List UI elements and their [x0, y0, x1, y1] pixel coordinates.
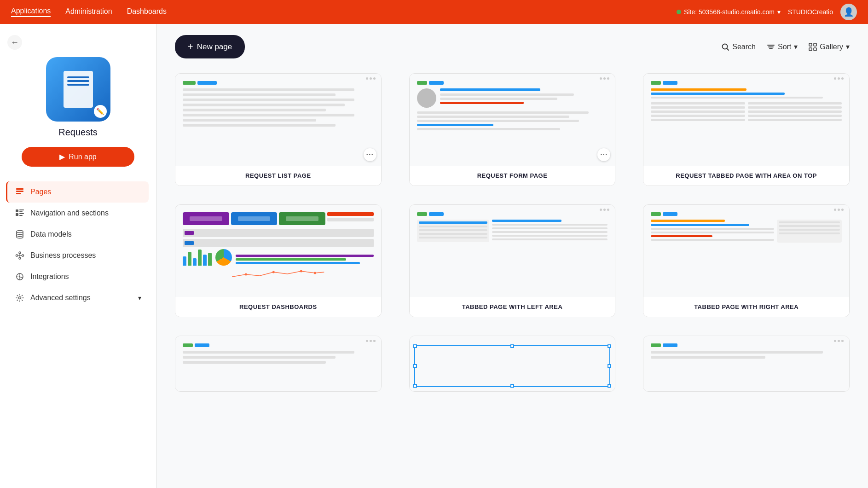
app-edit-icon[interactable]: ✏️: [94, 105, 107, 118]
svg-point-29: [272, 271, 275, 273]
gallery-chevron-icon: ▾: [846, 42, 850, 51]
card-label-tabbed-left: TABBED PAGE WITH LEFT AREA: [410, 297, 615, 317]
sort-icon: [767, 43, 775, 51]
business-processes-icon: [15, 250, 25, 261]
page-card-bottom-1[interactable]: [175, 336, 382, 392]
sidebar-pages-label: Pages: [30, 188, 51, 196]
handle-tl: [413, 344, 417, 348]
svg-line-20: [727, 48, 729, 50]
card-preview-bottom-2: [410, 336, 615, 391]
preview-dots-bottom-3: [834, 340, 844, 342]
preview-dots: [366, 77, 376, 80]
sidebar-item-business-processes[interactable]: Business processes: [7, 245, 149, 266]
page-card-bottom-3[interactable]: [643, 336, 850, 392]
page-card-request-dashboards[interactable]: REQUEST DASHBOARDS: [175, 204, 382, 317]
preview-dots-form: [600, 77, 609, 80]
card-preview-tabbed-right: [643, 205, 849, 297]
svg-rect-8: [19, 215, 23, 216]
card-preview-tabbed-left: [410, 205, 615, 297]
site-dropdown-icon[interactable]: ▾: [777, 8, 781, 16]
svg-point-12: [22, 255, 24, 256]
site-url: Site: 503568-studio.creatio.com: [684, 8, 775, 16]
bar-chart: [183, 250, 212, 266]
page-card-bottom-2[interactable]: [409, 336, 616, 392]
svg-rect-27: [814, 48, 816, 51]
site-indicator[interactable]: Site: 503568-studio.creatio.com ▾: [677, 8, 781, 16]
svg-rect-0: [16, 188, 23, 190]
preview-dots-tabbed-right: [834, 209, 844, 211]
page-card-tabbed-left[interactable]: TABBED PAGE WITH LEFT AREA: [409, 204, 616, 317]
sidebar-item-integrations[interactable]: Integrations: [7, 266, 149, 287]
nav-dashboards[interactable]: Dashboards: [127, 7, 167, 17]
sort-button[interactable]: Sort ▾: [767, 42, 798, 51]
card-preview-list: ···: [175, 74, 381, 166]
user-avatar[interactable]: 👤: [840, 4, 857, 20]
main-content: + New page Search Sort: [156, 24, 868, 488]
card-preview-bottom-1: [175, 336, 381, 391]
svg-rect-4: [16, 213, 18, 216]
handle-br: [608, 384, 611, 388]
sidebar-advanced-settings-label: Advanced settings: [30, 294, 91, 302]
sidebar-navigation: Pages Navigation and sections: [7, 181, 149, 308]
gallery-button[interactable]: Gallery ▾: [809, 42, 850, 51]
plus-icon: +: [188, 41, 193, 52]
svg-point-10: [16, 255, 18, 256]
card-preview-dashboards: [175, 205, 381, 297]
page-card-request-tabbed-top[interactable]: REQUEST TABBED PAGE WITH AREA ON TOP: [643, 73, 850, 186]
app-icon: ✏️: [46, 57, 110, 122]
handle-right: [608, 364, 611, 368]
svg-rect-6: [19, 211, 23, 212]
sidebar-item-advanced-settings[interactable]: Advanced settings ▾: [7, 287, 149, 308]
selection-box: [414, 345, 611, 387]
svg-point-31: [314, 272, 316, 274]
svg-point-9: [17, 231, 23, 233]
run-app-button[interactable]: ▶ Run app: [22, 147, 135, 167]
card-menu-list[interactable]: ···: [364, 148, 376, 161]
page-card-tabbed-right[interactable]: TABBED PAGE WITH RIGHT AREA: [643, 204, 850, 317]
gallery-icon: [809, 43, 817, 51]
page-card-request-form[interactable]: ··· REQUEST FORM PAGE: [409, 73, 616, 186]
svg-rect-1: [16, 191, 23, 192]
status-dot: [677, 10, 681, 14]
pages-grid: ··· REQUEST LIST PAGE: [175, 73, 850, 392]
run-app-label: Run app: [69, 153, 97, 161]
toolbar-right: Search Sort ▾: [721, 42, 850, 51]
top-navigation: Applications Administration Dashboards S…: [0, 0, 868, 24]
svg-point-11: [19, 252, 21, 254]
card-menu-form[interactable]: ···: [597, 148, 610, 161]
svg-point-28: [245, 273, 247, 276]
search-label: Search: [732, 43, 756, 51]
card-preview-form: ···: [410, 74, 615, 166]
sort-label: Sort: [778, 43, 791, 51]
card-label-request-form: REQUEST FORM PAGE: [410, 166, 615, 186]
sidebar: ← ✏️ Requests ▶ Run app Pages: [0, 24, 156, 488]
nav-administration[interactable]: Administration: [65, 7, 112, 17]
page-card-request-list[interactable]: ··· REQUEST LIST PAGE: [175, 73, 382, 186]
sidebar-navigation-label: Navigation and sections: [30, 209, 109, 217]
handle-left: [413, 364, 417, 368]
play-icon: ▶: [59, 152, 65, 161]
card-label-request-tabbed-top: REQUEST TABBED PAGE WITH AREA ON TOP: [643, 166, 849, 186]
new-page-label: New page: [197, 42, 232, 52]
handle-bl: [413, 384, 417, 388]
sidebar-item-data-models[interactable]: Data models: [7, 224, 149, 245]
form-preview-avatar: [417, 88, 436, 108]
preview-dots-tabbed-left: [600, 209, 609, 211]
search-button[interactable]: Search: [721, 43, 756, 51]
gallery-label: Gallery: [820, 43, 843, 51]
new-page-button[interactable]: + New page: [175, 35, 245, 58]
search-icon: [721, 43, 729, 51]
card-label-tabbed-right: TABBED PAGE WITH RIGHT AREA: [643, 297, 849, 317]
handle-bottom: [510, 384, 514, 388]
integrations-icon: [15, 272, 25, 282]
pages-icon: [15, 187, 25, 197]
preview-dots-tabbed-top: [834, 77, 844, 80]
card-label-request-list: REQUEST LIST PAGE: [175, 166, 381, 186]
sidebar-item-navigation[interactable]: Navigation and sections: [7, 203, 149, 224]
data-models-icon: [15, 229, 25, 239]
back-button[interactable]: ←: [7, 35, 22, 50]
sidebar-item-pages[interactable]: Pages: [6, 181, 149, 203]
brand-name: STUDIOCreatio: [788, 8, 833, 16]
svg-rect-26: [809, 48, 812, 51]
nav-applications[interactable]: Applications: [11, 7, 51, 17]
